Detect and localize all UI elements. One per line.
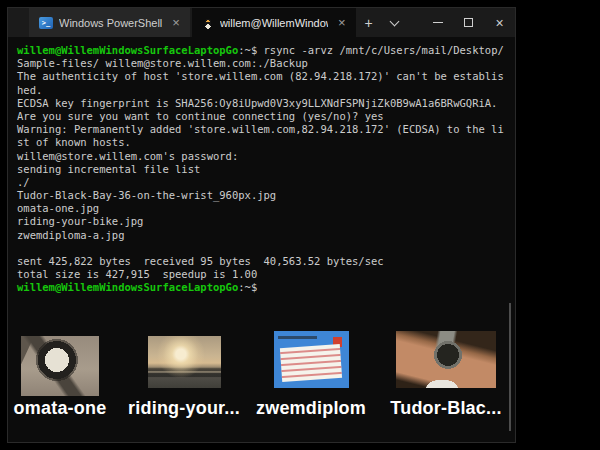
powershell-icon: >_ <box>39 17 53 29</box>
terminal-line: Are you sure you want to continue connec… <box>17 110 507 123</box>
terminal-line: ECDSA key fingerprint is SHA256:Oy8iUpwd… <box>17 97 507 110</box>
scrollbar-thumb[interactable] <box>509 303 511 431</box>
terminal-line: ./ <box>17 176 507 189</box>
terminal-line: willem@store.willem.com's password: <box>17 150 507 163</box>
terminal-line <box>17 242 507 255</box>
terminal-output[interactable]: willem@WillemWindowsSurfaceLaptopGo:~$ r… <box>17 44 507 295</box>
tudor-black-bay-watch-thumbnail[interactable] <box>396 331 496 388</box>
thumbnail-label: Tudor-Blac... <box>390 398 501 419</box>
close-button[interactable]: × <box>484 8 515 37</box>
omata-one-thumbnail[interactable] <box>21 336 99 396</box>
tab-dropdown-button[interactable] <box>382 8 408 37</box>
zwemdiploma-thumbnail[interactable] <box>274 331 349 388</box>
minimize-button[interactable] <box>422 8 453 37</box>
terminal-line: willem@WillemWindowsSurfaceLaptopGo:~$ r… <box>17 44 507 57</box>
titlebar-left-padding <box>8 8 29 37</box>
thumbnail-label: omata-one <box>14 398 107 419</box>
maximize-button[interactable] <box>453 8 484 37</box>
titlebar: >_ Windows PowerShell × willem@WillemWin… <box>8 8 515 37</box>
tab-label: willem@WillemWindowsSurfac <box>220 17 328 29</box>
terminal-line: hed. <box>17 84 507 97</box>
tab-label: Windows PowerShell <box>59 17 162 29</box>
thumbnail-label: zwemdiplom <box>256 398 366 419</box>
windows-terminal-window: >_ Windows PowerShell × willem@WillemWin… <box>7 7 516 443</box>
new-tab-button[interactable]: + <box>356 8 382 37</box>
terminal-line: Sample-files/ willem@store.willem.com:./… <box>17 57 507 70</box>
terminal-line: sent 425,822 bytes received 95 bytes 40,… <box>17 255 507 268</box>
terminal-line: The authenticity of host 'store.willem.c… <box>17 70 507 83</box>
chevron-down-icon <box>390 16 400 26</box>
tab-close-icon[interactable]: × <box>336 16 348 29</box>
terminal-line: riding-your-bike.jpg <box>17 215 507 228</box>
thumbnail-label: riding-your... <box>128 398 240 419</box>
terminal-line: zwemdiploma-a.jpg <box>17 229 507 242</box>
maximize-icon <box>464 18 473 27</box>
minimize-icon <box>433 22 443 23</box>
terminal-line: Warning: Permanently added 'store.willem… <box>17 123 507 136</box>
riding-your-bike-thumbnail[interactable] <box>148 336 221 388</box>
titlebar-drag-area <box>408 8 422 37</box>
terminal-line: sending incremental file list <box>17 163 507 176</box>
linux-tux-icon <box>202 16 214 30</box>
terminal-line: total size is 427,915 speedup is 1.00 <box>17 268 507 281</box>
tab-windows-powershell[interactable]: >_ Windows PowerShell × <box>29 8 190 37</box>
tab-close-icon[interactable]: × <box>170 16 182 29</box>
terminal-line: st of known hosts. <box>17 136 507 149</box>
terminal-line: willem@WillemWindowsSurfaceLaptopGo:~$ <box>17 281 507 294</box>
tab-wsl-session[interactable]: willem@WillemWindowsSurfac × <box>192 8 356 37</box>
terminal-line: Tudor-Black-Bay-36-on-the-wrist_960px.jp… <box>17 189 507 202</box>
terminal-line: omata-one.jpg <box>17 202 507 215</box>
